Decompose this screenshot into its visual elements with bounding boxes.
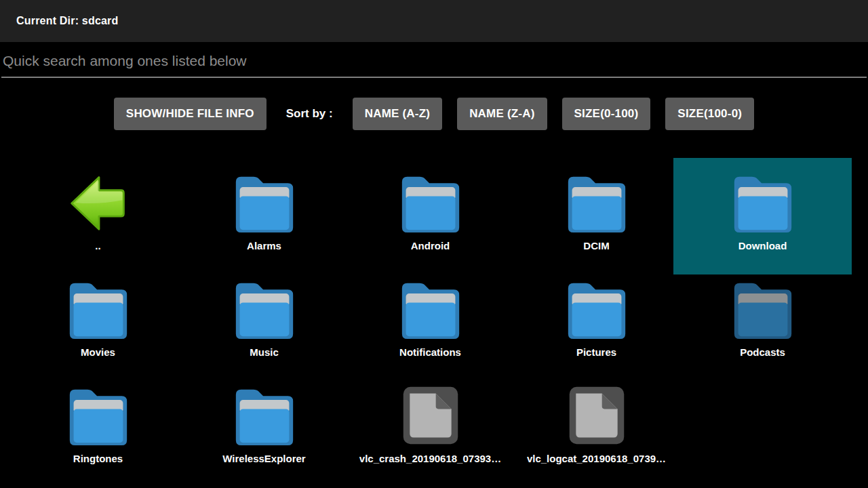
grid-item-label: DCIM [583,240,609,251]
grid-item-label: vlc_logcat_20190618_0739… [527,453,666,464]
folder-icon [566,171,628,234]
grid-item-label: Android [411,240,450,251]
sort-by-label: Sort by : [286,107,333,121]
folder-icon [732,278,794,340]
grid-item-label: Notifications [399,346,461,358]
sort-name-za-button[interactable]: NAME (Z-A) [457,98,547,130]
folder-icon [233,384,296,447]
current-dir-title: Current Dir: sdcard [16,15,119,27]
grid-item-label: Music [250,346,279,358]
grid-item-dcim[interactable]: DCIM [513,158,679,264]
grid-item-label: Podcasts [740,346,785,358]
grid-item-label: vlc_crash_20190618_07393… [359,453,501,464]
grid-item-parent-dir[interactable]: .. [15,158,181,264]
grid-item-alarms[interactable]: Alarms [181,158,347,264]
grid-item-notifications[interactable]: Notifications [347,264,513,371]
grid-item-download[interactable]: Download [679,158,846,264]
grid-item-pictures[interactable]: Pictures [513,264,679,371]
folder-icon [566,278,628,340]
file-icon [566,384,628,447]
sort-size-desc-button[interactable]: SIZE(100-0) [665,98,754,130]
grid-item-movies[interactable]: Movies [15,264,181,371]
sort-size-asc-button[interactable]: SIZE(0-100) [562,98,651,130]
folder-icon [233,171,296,234]
grid-item-label: Pictures [576,346,616,358]
folder-icon [399,278,462,340]
sort-name-az-button[interactable]: NAME (A-Z) [353,98,442,130]
show-hide-file-info-button[interactable]: SHOW/HIDE FILE INFO [114,98,267,130]
grid-item-android[interactable]: Android [347,158,513,264]
file-grid: .. Alarms Android DCIM Download Movies M… [15,158,868,477]
folder-icon [67,384,130,447]
grid-item-label: Ringtones [73,453,123,464]
grid-item-label: Movies [81,346,115,358]
grid-item-music[interactable]: Music [181,264,347,371]
folder-icon [67,278,130,340]
grid-item-vlc-logcat-20190618-0739[interactable]: vlc_logcat_20190618_0739… [513,371,679,477]
header-bar: Current Dir: sdcard [0,0,868,42]
grid-item-label: .. [95,240,100,251]
folder-icon [399,171,462,234]
back-arrow-icon [67,171,130,234]
grid-item-label: Download [738,240,787,251]
file-icon [399,384,462,447]
quick-search-input[interactable] [1,49,867,78]
grid-item-podcasts[interactable]: Podcasts [679,264,846,371]
grid-item-label: WirelessExplorer [222,453,305,464]
grid-item-wirelessexplorer[interactable]: WirelessExplorer [181,371,347,477]
grid-item-label: Alarms [247,240,281,251]
folder-icon [233,278,296,340]
grid-item-vlc-crash-20190618-07393[interactable]: vlc_crash_20190618_07393… [347,371,513,477]
folder-icon [732,171,794,234]
grid-item-ringtones[interactable]: Ringtones [15,371,181,477]
toolbar: SHOW/HIDE FILE INFO Sort by : NAME (A-Z)… [0,98,868,130]
